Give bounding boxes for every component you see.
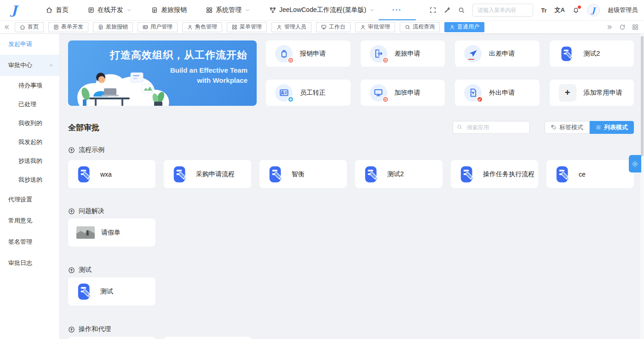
nav-label: 差旅报销 (161, 6, 187, 14)
quick-app-overtime[interactable]: 加班申请 (361, 80, 445, 106)
app-card-zhiheng[interactable]: 智衡 (259, 160, 347, 188)
sidebar-item-signature-mgmt[interactable]: 签名管理 (0, 231, 59, 253)
theme-brush-icon[interactable] (444, 7, 450, 13)
sidebar-item-label: 我发起的 (18, 138, 42, 146)
tag-mode-button[interactable]: 标签模式 (545, 121, 590, 134)
sidebar-item-received[interactable]: 我收到的 (0, 114, 59, 132)
menu-search-input[interactable] (472, 4, 533, 17)
avatar[interactable]: J (587, 4, 600, 17)
luggage-icon (275, 45, 293, 63)
scrollbar-thumb[interactable] (641, 36, 644, 156)
tab-normal-user[interactable]: 普通用户 (444, 22, 484, 32)
app-card-test2[interactable]: 测试2 (355, 160, 443, 188)
nav-online-dev[interactable]: 在线开发 (88, 0, 132, 20)
sidebar-item-cc-to-me[interactable]: 抄送我的 (0, 151, 59, 170)
app-card-wxa[interactable]: wxa (68, 160, 155, 188)
flow-doc-icon (268, 166, 285, 183)
quick-app-label: 添加常用申请 (584, 89, 622, 97)
quick-app-business-trip[interactable]: 出差申请 (455, 40, 540, 67)
tab-admins[interactable]: 管理人员 (271, 22, 311, 32)
section-header-test[interactable]: 测试 (68, 265, 634, 275)
sidebar-item-initiated[interactable]: 我发起的 (0, 132, 59, 151)
quick-app-go-out[interactable]: 外出申请 (455, 80, 540, 106)
tab-menu-mgmt[interactable]: 菜单管理 (227, 22, 267, 32)
app-card-task-exec-flow[interactable]: 操作任务执行流程 (451, 160, 538, 188)
app-card-partial[interactable] (164, 337, 251, 339)
clock-badge (382, 57, 389, 63)
app-card-ce[interactable]: ce (546, 160, 634, 188)
quick-app-travel[interactable]: 差旅申请 (361, 40, 445, 67)
tabs-scroll-right-icon[interactable] (606, 24, 613, 30)
app-logo[interactable]: J (0, 3, 29, 17)
quick-app-label: 测试2 (584, 50, 600, 58)
pencil-badge (477, 96, 483, 103)
tab-home[interactable]: 首页 (15, 22, 44, 32)
app-card-partial[interactable] (68, 337, 155, 339)
tab-role-mgmt[interactable]: 角色管理 (182, 22, 222, 32)
collapse-circle-icon (68, 267, 75, 274)
app-card-purchase-flow[interactable]: 采购申请流程 (164, 160, 251, 188)
nav-home[interactable]: 首页 (46, 0, 69, 20)
vertical-scrollbar[interactable] (640, 34, 644, 339)
red-underline (468, 59, 474, 60)
collapse-circle-icon (68, 147, 75, 154)
sidebar-item-todo[interactable]: 待办事项 (0, 76, 59, 95)
collapse-circle-icon (68, 208, 75, 215)
nav-travel-expense[interactable]: 差旅报销 (151, 0, 187, 20)
sidebar-item-start-request[interactable]: 发起申请 (0, 34, 59, 55)
nav-label: 在线开发 (98, 6, 123, 14)
nav-more-button[interactable]: ••• (379, 0, 416, 20)
door-exit-icon (370, 45, 387, 63)
flow-doc-icon (363, 166, 381, 183)
search-icon[interactable] (458, 7, 465, 13)
id-card-icon (275, 84, 293, 102)
app-card-label: 智衡 (292, 170, 305, 178)
sidebar-item-proxy-settings[interactable]: 代理设置 (0, 189, 59, 210)
quick-app-regularization[interactable]: 员工转正 (266, 80, 351, 106)
tab-flow-query[interactable]: 流程查询 (400, 22, 440, 32)
sidebar-item-common-opinions[interactable]: 常用意见 (0, 210, 59, 231)
nav-jeelowcode-workflow[interactable]: JeeLowCode工作流程(菜单版) (270, 0, 375, 20)
translate-icon[interactable]: 文A (555, 6, 565, 14)
app-search-input[interactable] (453, 121, 530, 134)
quick-app-expense[interactable]: 报销申请 (266, 40, 351, 67)
notification-bell-icon[interactable] (573, 7, 579, 13)
username[interactable]: 超级管理员 (608, 6, 638, 14)
tab-label: 差旅报销 (106, 23, 128, 31)
tab-form-dev[interactable]: 表单开发 (48, 22, 88, 32)
tab-user-mgmt[interactable]: 用户管理 (138, 22, 178, 32)
tabs-scroll-left-icon[interactable] (4, 24, 10, 30)
tab-workbench[interactable]: 工作台 (316, 22, 351, 32)
view-mode-toggle: 标签模式 列表模式 (545, 121, 634, 134)
quick-app-label: 加班申请 (395, 89, 420, 97)
tab-travel-expense[interactable]: 差旅报销 (93, 22, 133, 32)
section-header-ops-and-proxy[interactable]: 操作和代理 (68, 325, 634, 334)
tab-label: 首页 (28, 23, 39, 31)
sidebar-item-approval-log[interactable]: 审批日志 (0, 253, 59, 274)
settings-gear-button[interactable] (629, 155, 641, 172)
tab-layout-grid-icon[interactable] (632, 24, 638, 30)
tab-approval-mgmt[interactable]: 审批管理 (355, 22, 395, 32)
sidebar-group-approval-center[interactable]: 审批中心 (0, 55, 59, 76)
list-mode-button[interactable]: 列表模式 (590, 121, 634, 134)
flow-doc-icon (76, 283, 94, 300)
banner-subtitle: Build an Effective Team with Workplace (170, 65, 247, 86)
quick-app-add-favorite[interactable]: + 添加常用申请 (550, 80, 634, 106)
nav-system-mgmt[interactable]: 系统管理 (206, 0, 250, 20)
section-header-flow-examples[interactable]: 流程示例 (68, 145, 634, 155)
app-card-label: ce (579, 171, 586, 178)
quick-app-test2[interactable]: 测试2 (550, 40, 634, 67)
sidebar-item-processed[interactable]: 已处理 (0, 95, 59, 114)
app-card-label: 操作任务执行流程 (483, 170, 535, 178)
section-header-problem-solving[interactable]: 问题解决 (68, 207, 634, 216)
sidebar-item-my-cc[interactable]: 我抄送的 (0, 170, 59, 189)
fullscreen-icon[interactable] (430, 7, 436, 13)
sidebar-item-label: 已处理 (18, 100, 36, 109)
refresh-icon[interactable] (619, 24, 626, 30)
font-size-icon[interactable]: Tr (541, 7, 546, 14)
top-navigation: 首页 在线开发 差旅报销 系统管理 JeeLowCode工作流程(菜单版) (46, 0, 375, 20)
monitor-clock-icon (370, 84, 387, 102)
quick-app-label: 差旅申请 (395, 50, 420, 58)
app-card-leave-form[interactable]: 请假单 (68, 218, 155, 247)
app-card-test[interactable]: 测试 (68, 277, 155, 305)
